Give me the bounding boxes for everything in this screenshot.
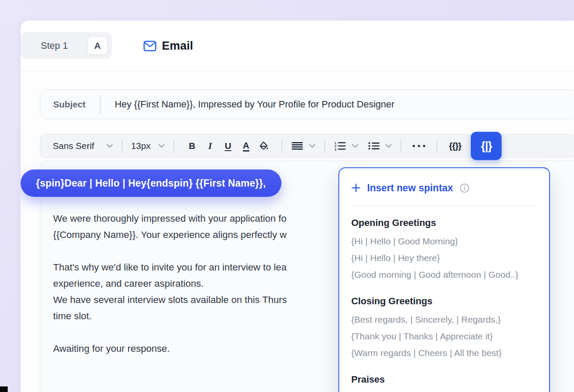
insert-new-spintax-label: Insert new spintax [367,182,453,194]
toolbar-divider [401,140,401,152]
toolbar-divider [436,140,437,152]
step-tab[interactable]: Step 1 A [21,32,112,59]
section-items: {Best regards, | Sincerely, | Regards,} … [351,311,537,361]
channel-title: Email [144,21,193,71]
chevron-down-icon [158,144,165,148]
font-family-value: Sans Serif [53,141,94,151]
ordered-list-dropdown[interactable]: 123 [334,141,359,151]
bullet-list-icon [368,142,380,150]
spintax-option[interactable]: {Hi | Hello | Hey there} [351,249,537,266]
section-items: {Excellent | Outstanding | Impressive} [351,389,537,392]
chevron-down-icon [385,144,392,148]
subject-divider [100,95,101,114]
variables-button[interactable]: {{}} [446,137,464,154]
chevron-down-icon [352,144,359,148]
subject-label: Subject [53,99,86,110]
spintax-option[interactable]: {Hi | Hello | Good Morning} [351,233,537,249]
selected-spintax-pill[interactable]: {spin}Dear | Hello | Hey{endspin} {{Firs… [21,169,281,197]
section-title-closing-greetings: Closing Greetings [351,296,537,307]
text-color-button[interactable]: A [237,137,255,154]
spintax-option[interactable]: {Thank you | Thanks | Appreciate it} [351,328,537,344]
numbered-list-icon: 123 [334,141,347,151]
more-options-button[interactable] [410,137,428,154]
email-step-card: Step 1 A Email Subject Hey {{First Name}… [21,21,574,392]
email-envelope-icon [144,41,156,51]
bullet-list-dropdown[interactable] [368,142,392,150]
formatting-toolbar: Sans Serif 13px B I U A [40,134,574,158]
subject-field[interactable]: Subject Hey {{First Name}}, Impressed by… [40,89,574,119]
spintax-option[interactable]: {Warm regards | Cheers | All the best} [351,344,537,361]
info-icon[interactable] [460,183,469,193]
spintax-option[interactable]: {Best regards, | Sincerely, | Regards,} [351,311,537,328]
spintax-popover: Insert new spintax Opening Greetings {Hi… [338,167,550,392]
toolbar-divider [173,140,174,152]
svg-text:3: 3 [335,148,336,151]
spintax-option[interactable]: {Good morning | Good afternoon | Good..} [351,266,537,283]
section-title-praises: Praises [351,374,537,385]
chevron-down-icon [309,144,316,148]
text-color-label: A [243,141,249,151]
step-label: Step 1 [41,40,68,51]
italic-button[interactable]: I [201,137,219,154]
bold-button[interactable]: B [183,137,201,154]
underline-button[interactable]: U [219,137,237,154]
align-justify-icon [291,141,304,151]
align-dropdown[interactable] [291,141,316,151]
plus-icon [351,183,361,193]
spintax-button[interactable]: {|} [471,132,502,160]
chevron-down-icon [106,144,113,148]
spintax-option[interactable]: {Excellent | Outstanding | Impressive} [351,389,537,392]
ellipsis-icon [412,144,426,148]
step-header: Step 1 A Email [21,21,574,71]
toolbar-divider [122,140,123,152]
toolbar-divider [281,140,282,152]
screen-artifact [0,386,8,392]
section-title-opening-greetings: Opening Greetings [351,217,537,229]
channel-title-label: Email [162,39,193,53]
toolbar-divider [324,140,325,152]
step-content: Subject Hey {{First Name}}, Impressed by… [21,71,574,392]
subject-input[interactable]: Hey {{First Name}}, Impressed by Your Pr… [115,99,395,110]
section-items: {Hi | Hello | Good Morning} {Hi | Hello … [351,233,537,283]
font-family-dropdown[interactable]: Sans Serif [53,141,113,151]
popover-divider [351,206,537,206]
paint-bucket-icon [258,140,269,151]
step-variant-badge[interactable]: A [87,37,108,55]
highlight-fill-button[interactable] [255,137,273,154]
font-size-value: 13px [131,141,151,151]
insert-new-spintax-button[interactable]: Insert new spintax [351,178,537,197]
font-size-dropdown[interactable]: 13px [131,141,165,151]
